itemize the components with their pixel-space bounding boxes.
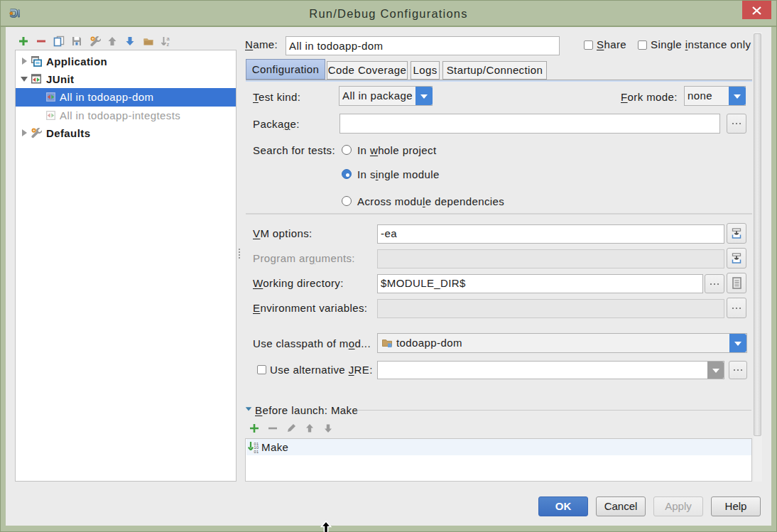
svg-text:z: z xyxy=(167,41,170,48)
svg-text:01: 01 xyxy=(254,450,259,454)
